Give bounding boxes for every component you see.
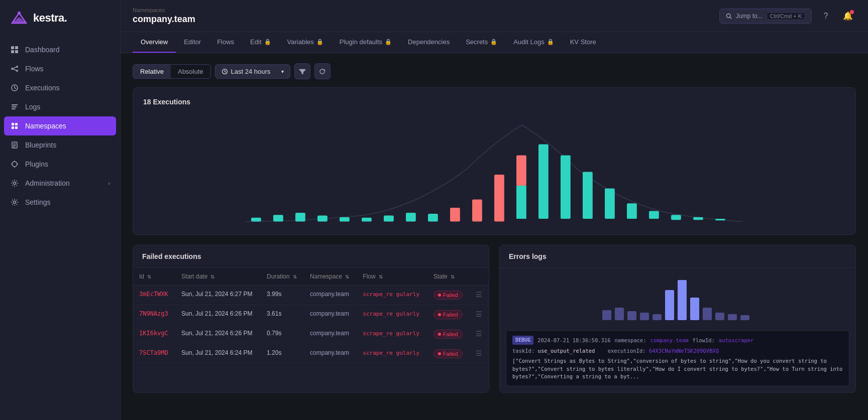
row-menu-icon[interactable]: ☰ <box>476 349 482 357</box>
col-start-date[interactable]: Start date ⇅ <box>175 268 261 286</box>
row-menu-icon[interactable]: ☰ <box>476 330 482 338</box>
lock-icon: 🔒 <box>490 39 497 45</box>
settings-icon <box>10 198 19 207</box>
jump-to-button[interactable]: Jump to... Ctrl/Cmd + K <box>719 9 812 24</box>
sidebar-item-namespaces[interactable]: Namespaces <box>4 116 116 135</box>
sidebar-item-dashboard[interactable]: Dashboard <box>0 40 120 59</box>
tabs-bar: Overview Editor Flows Edit 🔒 Variables 🔒… <box>121 32 868 53</box>
svg-point-27 <box>727 14 731 18</box>
chevron-right-icon: › <box>108 180 110 186</box>
tab-editor[interactable]: Editor <box>176 32 209 53</box>
sidebar-item-label-logs: Logs <box>25 103 40 111</box>
col-state[interactable]: State ⇅ <box>427 268 470 286</box>
sidebar-item-administration[interactable]: Administration › <box>0 174 120 193</box>
col-duration[interactable]: Duration ⇅ <box>261 268 304 286</box>
tab-audit-logs[interactable]: Audit Logs 🔒 <box>505 32 562 53</box>
svg-point-7 <box>11 68 13 70</box>
executions-icon <box>10 83 19 92</box>
search-icon <box>726 13 732 19</box>
executions-chart <box>143 114 845 224</box>
svg-rect-47 <box>605 189 615 219</box>
svg-rect-22 <box>13 145 16 146</box>
chevron-down-icon: ▾ <box>281 69 284 74</box>
svg-rect-46 <box>583 172 593 219</box>
svg-point-2 <box>18 12 21 15</box>
col-id[interactable]: Id ⇅ <box>133 268 175 286</box>
execution-id[interactable]: 1KI6kvgC <box>139 330 168 337</box>
namespace-cell: company.team <box>310 349 349 356</box>
filter-options-button[interactable] <box>294 63 310 79</box>
svg-rect-5 <box>11 50 14 53</box>
svg-point-24 <box>12 162 17 167</box>
tab-kv-store[interactable]: KV Store <box>562 32 604 53</box>
logo-text: kestra. <box>33 12 67 25</box>
sidebar-item-logs[interactable]: Logs <box>0 97 120 116</box>
svg-rect-61 <box>703 308 712 320</box>
sidebar-item-executions[interactable]: Executions <box>0 78 120 97</box>
relative-filter-button[interactable]: Relative <box>133 65 171 78</box>
time-range-select[interactable]: Last 24 hours ▾ <box>215 64 290 79</box>
sidebar-item-label-dashboard: Dashboard <box>25 46 60 54</box>
table-row[interactable]: 3mEcTWXK Sun, Jul 21, 2024 6:27 PM 3.99s… <box>133 286 489 305</box>
help-button[interactable]: ? <box>818 8 834 24</box>
executions-chart-title: 18 Executions <box>143 98 845 106</box>
tab-flows[interactable]: Flows <box>209 32 242 53</box>
status-badge: Failed <box>433 291 463 300</box>
failed-executions-title: Failed executions <box>133 245 489 268</box>
row-menu-icon[interactable]: ☰ <box>476 310 482 318</box>
tab-plugin-defaults[interactable]: Plugin defaults 🔒 <box>332 32 400 53</box>
sidebar-item-label-flows: Flows <box>25 65 44 73</box>
notification-button[interactable]: 🔔 <box>840 8 856 24</box>
sidebar-item-plugins[interactable]: Plugins <box>0 155 120 174</box>
lock-icon: 🔒 <box>385 39 392 45</box>
logs-icon <box>10 102 19 111</box>
execution-id[interactable]: 3mEcTWXK <box>139 291 168 298</box>
col-namespace[interactable]: Namespace ⇅ <box>304 268 357 286</box>
grid-icon <box>10 45 19 54</box>
svg-rect-4 <box>15 46 18 49</box>
svg-rect-41 <box>494 175 504 222</box>
sidebar-item-blueprints[interactable]: Blueprints <box>0 135 120 155</box>
flow-cell[interactable]: scrape_re gularly <box>363 330 419 337</box>
tab-variables[interactable]: Variables 🔒 <box>279 32 332 53</box>
log-namespace-val: company.team <box>650 336 689 345</box>
col-flow[interactable]: Flow ⇅ <box>357 268 427 286</box>
svg-rect-14 <box>12 106 17 107</box>
execution-id[interactable]: 7N9NAzg3 <box>139 310 168 317</box>
tab-dependencies[interactable]: Dependencies <box>400 32 458 53</box>
row-menu-icon[interactable]: ☰ <box>476 291 482 299</box>
table-row[interactable]: 1KI6kvgC Sun, Jul 21, 2024 6:26 PM 0.79s… <box>133 325 489 344</box>
status-badge: Failed <box>433 310 463 319</box>
flow-cell[interactable]: scrape_re gularly <box>363 291 419 298</box>
svg-rect-54 <box>615 308 624 320</box>
table-row[interactable]: 7N9NAzg3 Sun, Jul 21, 2024 6:26 PM 3.61s… <box>133 305 489 325</box>
flow-cell[interactable]: scrape_re gularly <box>363 350 419 356</box>
table-row[interactable]: 7SCTa9MD Sun, Jul 21, 2024 6:24 PM 1.20s… <box>133 344 489 364</box>
svg-rect-58 <box>665 290 674 320</box>
svg-rect-37 <box>406 213 416 222</box>
status-badge: Failed <box>433 330 463 339</box>
status-badge: Failed <box>433 349 463 358</box>
filter-icon <box>299 68 306 75</box>
refresh-button[interactable] <box>314 63 331 79</box>
sidebar-item-flows[interactable]: Flows <box>0 59 120 78</box>
svg-rect-38 <box>428 214 438 221</box>
flow-cell[interactable]: scrape_re gularly <box>363 311 419 317</box>
execution-id[interactable]: 7SCTa9MD <box>139 349 168 356</box>
lock-icon: 🔒 <box>547 39 554 45</box>
log-flow-val: autoscraper <box>719 336 754 345</box>
executions-chart-card: 18 Executions <box>133 87 856 235</box>
svg-rect-53 <box>602 310 611 320</box>
tab-edit[interactable]: Edit 🔒 <box>242 32 279 53</box>
svg-rect-59 <box>678 280 687 320</box>
svg-rect-51 <box>693 217 703 220</box>
keyboard-shortcut: Ctrl/Cmd + K <box>767 12 805 20</box>
tab-secrets[interactable]: Secrets 🔒 <box>458 32 505 53</box>
start-date: Sun, Jul 21, 2024 6:27 PM <box>181 291 252 298</box>
tab-overview[interactable]: Overview <box>133 32 176 53</box>
sidebar-item-settings[interactable]: Settings <box>0 193 120 212</box>
sidebar: kestra. Dashboard Flows Executions <box>0 0 121 420</box>
svg-rect-33 <box>317 215 328 221</box>
executions-bar-chart <box>143 114 845 224</box>
absolute-filter-button[interactable]: Absolute <box>171 65 210 78</box>
